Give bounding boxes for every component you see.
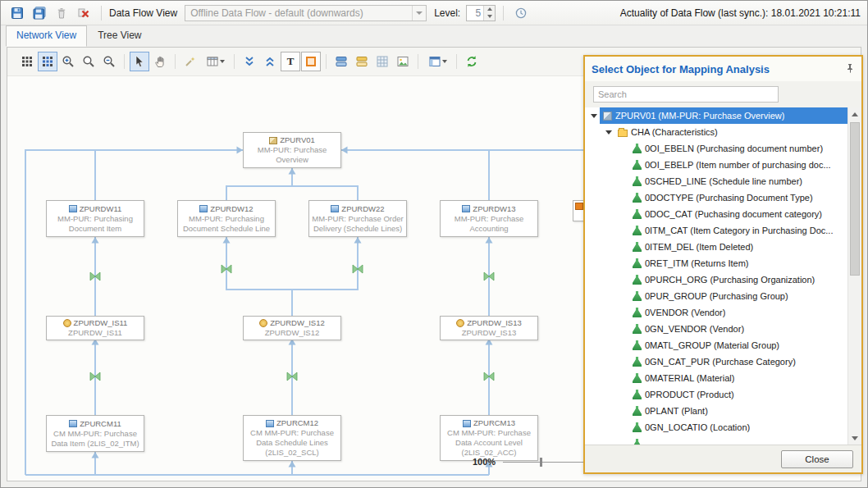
tree-item[interactable]: 0MATL_GROUP (Material Group) bbox=[585, 337, 848, 353]
tree-item[interactable]: 0GN_LOCATIO (Location) bbox=[585, 419, 848, 436]
tree-item[interactable]: 0PRODUCT (Product) bbox=[585, 386, 848, 403]
toolbar-separator bbox=[503, 6, 504, 21]
tree-item-label: ZPURV01 (MM-PUR: Purchase Overview) bbox=[615, 111, 784, 121]
close-button[interactable]: Close bbox=[781, 450, 853, 468]
toolbar-separator bbox=[418, 54, 418, 69]
char-icon bbox=[633, 226, 642, 235]
tab-bar: Network View Tree View bbox=[1, 25, 867, 47]
zoom-slider-handle[interactable] bbox=[540, 458, 542, 467]
pan-tool-icon[interactable] bbox=[150, 52, 170, 71]
zoom-original-icon[interactable] bbox=[79, 52, 98, 71]
zoom-out-icon[interactable] bbox=[99, 52, 119, 71]
zoom-in-icon[interactable] bbox=[58, 52, 78, 71]
chevron-down-icon bbox=[220, 60, 225, 63]
tree-container: ZPURV01 (MM-PUR: Purchase Overview)CHA (… bbox=[585, 107, 861, 445]
collapse-all-icon[interactable] bbox=[240, 52, 259, 71]
char-icon bbox=[633, 176, 642, 186]
expand-all-icon[interactable] bbox=[260, 52, 280, 71]
tree-item[interactable]: ZPURV01 (MM-PUR: Purchase Overview) bbox=[585, 107, 848, 124]
node-zpurcm13[interactable]: ZPURCM13CM MM-PUR: PurchaseData Account … bbox=[440, 415, 538, 461]
adso-icon bbox=[331, 205, 339, 212]
yellow-layers-icon[interactable] bbox=[352, 52, 372, 71]
tree-item[interactable] bbox=[585, 436, 848, 445]
actuality-text: Actuality of Data Flow (last sync.): 18.… bbox=[620, 7, 861, 19]
mapping-analysis-panel: Select Object for Mapping Analysis ZPURV… bbox=[583, 55, 863, 474]
tree-item[interactable]: 0MATERIAL (Material) bbox=[585, 370, 848, 386]
expander-icon[interactable] bbox=[603, 130, 614, 135]
toolbar-separator bbox=[101, 6, 102, 21]
grid-small-icon[interactable] bbox=[372, 52, 392, 71]
pin-icon[interactable] bbox=[845, 63, 855, 75]
tree-item[interactable]: 0VENDOR (Vendor) bbox=[585, 304, 848, 321]
tree-item-label: 0PRODUCT (Product) bbox=[645, 390, 734, 399]
data-flow-dropdown-value: Offline Data Flow - default (downwards) bbox=[185, 7, 412, 19]
tab-tree-view[interactable]: Tree View bbox=[87, 25, 152, 47]
delete-icon[interactable] bbox=[52, 3, 71, 23]
search-input[interactable] bbox=[593, 86, 779, 103]
analysis-table-icon[interactable] bbox=[423, 52, 451, 71]
level-decrement-icon[interactable] bbox=[484, 13, 495, 21]
node-zpurcm11[interactable]: ZPURCM11CM MM-PUR: PurchaseData Item (2L… bbox=[46, 415, 144, 452]
data-flow-dropdown[interactable]: Offline Data Flow - default (downwards) bbox=[185, 5, 427, 21]
node-zpurdw_is12[interactable]: ZPURDW_IS12ZPURDW_IS12 bbox=[243, 316, 341, 340]
level-spinner[interactable]: 5 bbox=[466, 5, 496, 21]
char-icon bbox=[633, 144, 642, 153]
tree-item[interactable]: 0ITEM_DEL (Item Deleted) bbox=[585, 239, 848, 255]
adso-icon bbox=[69, 420, 77, 427]
tree-item[interactable]: 0PURCH_ORG (Purchasing Organization) bbox=[585, 271, 848, 288]
network-layout-icon[interactable] bbox=[38, 52, 57, 71]
node-zpurcm12[interactable]: ZPURCM12CM MM-PUR: PurchaseData Schedule… bbox=[243, 415, 341, 461]
save-icon[interactable] bbox=[7, 3, 27, 23]
node-zpurv01[interactable]: ZPURV01MM-PUR: PurchaseOverview bbox=[243, 132, 341, 168]
cube-icon bbox=[603, 112, 612, 121]
node-zpurdw_is13[interactable]: ZPURDW_IS13ZPURDW_IS13 bbox=[440, 316, 538, 340]
expander-icon[interactable] bbox=[588, 114, 600, 118]
tree-item[interactable]: 0RET_ITM (Returns Item) bbox=[585, 255, 848, 271]
save-all-icon[interactable] bbox=[30, 3, 49, 23]
adso-icon bbox=[69, 205, 77, 212]
export-image-icon[interactable] bbox=[393, 52, 413, 71]
sync-clock-icon[interactable] bbox=[511, 3, 531, 23]
level-increment-icon[interactable] bbox=[484, 6, 495, 13]
data-flow-view-label: Data Flow View bbox=[109, 7, 177, 19]
tree-item[interactable]: 0GN_VENDOR (Vendor) bbox=[585, 321, 848, 337]
zoom-label: 100% bbox=[473, 457, 496, 467]
tree-item[interactable]: 0PLANT (Plant) bbox=[585, 403, 848, 419]
toolbar-separator bbox=[326, 54, 327, 69]
scroll-up-icon[interactable] bbox=[848, 107, 861, 121]
zoom-slider[interactable] bbox=[503, 462, 589, 463]
tree-item-label: 0OI_EBELN (Purchasing document number) bbox=[645, 144, 823, 153]
toolbar-separator bbox=[234, 54, 235, 69]
tree-item[interactable]: 0DOC_CAT (Puchasing document category) bbox=[585, 206, 848, 222]
scrollbar-thumb[interactable] bbox=[850, 122, 860, 276]
tree-item[interactable]: 0OI_EBELN (Purchasing document number) bbox=[585, 140, 848, 157]
tree-item[interactable]: CHA (Characteristics) bbox=[585, 124, 848, 140]
grid-matrix-icon[interactable] bbox=[17, 52, 37, 71]
highlight-frame-icon[interactable] bbox=[301, 52, 321, 71]
tree-item-label: 0MATL_GROUP (Material Group) bbox=[645, 340, 779, 350]
node-zpurdw22[interactable]: ZPURDW22MM-PUR: Purchase OrderDelivery (… bbox=[308, 200, 407, 237]
refresh-icon[interactable] bbox=[462, 52, 482, 71]
tree-item-label: 0DOCTYPE (Purchasing Document Type) bbox=[645, 193, 813, 203]
tree-item[interactable]: 0SCHED_LINE (Schedule line number) bbox=[585, 173, 848, 189]
tree-item[interactable]: 0GN_CAT_PUR (Purchase Category) bbox=[585, 353, 848, 370]
tree-scrollbar[interactable] bbox=[847, 107, 861, 445]
blue-layers-icon[interactable] bbox=[331, 52, 351, 71]
tree-item[interactable]: 0OI_EBELP (Item number of purchasing doc… bbox=[585, 157, 848, 173]
node-zpurdw_is11[interactable]: ZPURDW_IS11ZPURDW_IS11 bbox=[46, 316, 144, 340]
tree-item-label: 0DOC_CAT (Puchasing document category) bbox=[645, 209, 822, 219]
node-zpurdw11[interactable]: ZPURDW11MM-PUR: PurchasingDocument Item bbox=[46, 200, 144, 237]
node-zpurdw12[interactable]: ZPURDW12MM-PUR: PurchasingDocument Sched… bbox=[177, 200, 276, 237]
layout-options-icon[interactable] bbox=[201, 52, 229, 71]
remove-data-flow-icon[interactable] bbox=[74, 3, 94, 23]
tab-network-view[interactable]: Network View bbox=[6, 25, 87, 47]
toolbar-separator bbox=[124, 54, 125, 69]
magic-wand-icon[interactable] bbox=[180, 52, 200, 71]
tree-item-label: 0RET_ITM (Returns Item) bbox=[645, 258, 749, 268]
tree-item[interactable]: 0PUR_GROUP (Purchasing Group) bbox=[585, 288, 848, 304]
tree-item[interactable]: 0ITM_CAT (Item Category in Purchasing Do… bbox=[585, 222, 848, 239]
text-display-icon[interactable]: T bbox=[281, 52, 300, 71]
select-tool-icon[interactable] bbox=[130, 52, 149, 71]
tree-item[interactable]: 0DOCTYPE (Purchasing Document Type) bbox=[585, 189, 848, 206]
node-zpurdw13[interactable]: ZPURDW13MM-PUR: PurchaseAccounting bbox=[440, 200, 538, 237]
